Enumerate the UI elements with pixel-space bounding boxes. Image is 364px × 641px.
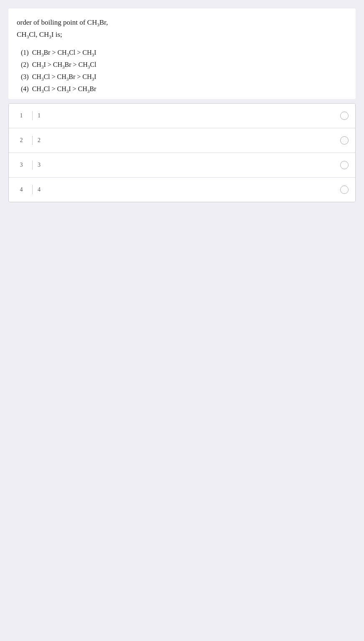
row-divider-3 [32,160,33,170]
row-divider-4 [32,185,33,194]
answer-choices: 1 1 2 2 3 3 4 4 [8,103,356,202]
row-left-2: 2 [15,137,27,144]
options-list: (1) CH3Br > CH3Cl > CH3I (2) CH3I > CH3B… [17,47,347,95]
answer-row-3[interactable]: 3 3 [9,153,355,178]
answer-row-1[interactable]: 1 1 [9,104,355,128]
row-right-2: 2 [38,137,340,144]
answer-row-2[interactable]: 2 2 [9,128,355,153]
row-left-1: 1 [15,112,27,119]
row-left-3: 3 [15,162,27,168]
radio-circle-3[interactable] [340,161,349,169]
radio-circle-1[interactable] [340,112,349,120]
option-3: (3) CH3Cl > CH3Br > CH3I [17,71,347,83]
option-3-number: (3) [21,73,29,80]
radio-circle-4[interactable] [340,186,349,194]
question-container: order of boiling point of CH3Br,CH3Cl, C… [8,8,356,99]
option-2-number: (2) [21,61,29,68]
row-right-1: 1 [38,112,340,119]
option-4: (4) CH3Cl > CH3I > CH3Br [17,83,347,95]
row-right-4: 4 [38,186,340,193]
row-right-3: 3 [38,162,340,168]
option-1: (1) CH3Br > CH3Cl > CH3I [17,47,347,59]
option-1-number: (1) [21,49,29,56]
row-divider-1 [32,111,33,120]
question-text: order of boiling point of CH3Br,CH3Cl, C… [17,17,347,41]
option-4-number: (4) [21,85,29,92]
radio-circle-2[interactable] [340,136,349,145]
row-left-4: 4 [15,186,27,193]
intro-after-bold: order of boiling point of CH3Br,CH3Cl, C… [17,18,108,38]
option-2: (2) CH3I > CH3Br > CH3Cl [17,59,347,71]
answer-row-4[interactable]: 4 4 [9,178,355,202]
row-divider-2 [32,136,33,145]
